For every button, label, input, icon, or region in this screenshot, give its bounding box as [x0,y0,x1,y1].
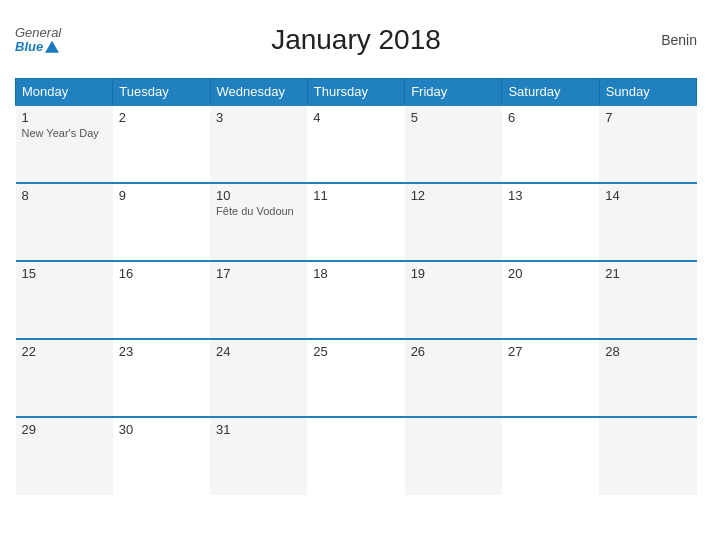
day-number: 23 [119,344,204,359]
day-number: 3 [216,110,301,125]
weekday-header-saturday: Saturday [502,79,599,106]
table-row: 4 [307,105,404,183]
day-number: 4 [313,110,398,125]
table-row: 19 [405,261,502,339]
week-row-4: 22232425262728 [16,339,697,417]
table-row [307,417,404,495]
day-number: 18 [313,266,398,281]
table-row: 6 [502,105,599,183]
table-row: 23 [113,339,210,417]
table-row: 5 [405,105,502,183]
table-row: 1New Year's Day [16,105,113,183]
holiday-name: Fête du Vodoun [216,205,301,217]
logo-general-text: General [15,26,61,40]
week-row-2: 8910Fête du Vodoun11121314 [16,183,697,261]
day-number: 11 [313,188,398,203]
day-number: 13 [508,188,593,203]
day-number: 15 [22,266,107,281]
table-row [405,417,502,495]
weekday-header-friday: Friday [405,79,502,106]
logo-row: Blue [15,40,59,54]
table-row: 14 [599,183,696,261]
day-number: 6 [508,110,593,125]
day-number: 20 [508,266,593,281]
day-number: 28 [605,344,690,359]
table-row [599,417,696,495]
day-number: 24 [216,344,301,359]
table-row: 12 [405,183,502,261]
day-number: 12 [411,188,496,203]
table-row: 8 [16,183,113,261]
table-row: 22 [16,339,113,417]
day-number: 16 [119,266,204,281]
table-row: 2 [113,105,210,183]
table-row: 31 [210,417,307,495]
logo-blue-text: Blue [15,40,43,54]
table-row: 21 [599,261,696,339]
table-row: 13 [502,183,599,261]
week-row-3: 15161718192021 [16,261,697,339]
day-number: 29 [22,422,107,437]
calendar-header: General Blue January 2018 Benin [15,10,697,70]
day-number: 31 [216,422,301,437]
day-number: 17 [216,266,301,281]
weekday-header-row: MondayTuesdayWednesdayThursdayFridaySatu… [16,79,697,106]
country-label: Benin [661,32,697,48]
table-row: 17 [210,261,307,339]
table-row: 7 [599,105,696,183]
table-row [502,417,599,495]
table-row: 29 [16,417,113,495]
day-number: 25 [313,344,398,359]
day-number: 27 [508,344,593,359]
table-row: 10Fête du Vodoun [210,183,307,261]
weekday-header-sunday: Sunday [599,79,696,106]
week-row-1: 1New Year's Day234567 [16,105,697,183]
table-row: 15 [16,261,113,339]
week-row-5: 293031 [16,417,697,495]
day-number: 19 [411,266,496,281]
calendar-title: January 2018 [271,24,441,56]
table-row: 18 [307,261,404,339]
weekday-header-wednesday: Wednesday [210,79,307,106]
weekday-header-tuesday: Tuesday [113,79,210,106]
table-row: 11 [307,183,404,261]
day-number: 8 [22,188,107,203]
day-number: 10 [216,188,301,203]
calendar-container: General Blue January 2018 Benin MondayTu… [0,0,712,550]
table-row: 9 [113,183,210,261]
table-row: 16 [113,261,210,339]
day-number: 1 [22,110,107,125]
table-row: 26 [405,339,502,417]
calendar-thead: MondayTuesdayWednesdayThursdayFridaySatu… [16,79,697,106]
holiday-name: New Year's Day [22,127,107,139]
logo-triangle-icon [45,41,59,53]
day-number: 21 [605,266,690,281]
table-row: 3 [210,105,307,183]
table-row: 20 [502,261,599,339]
table-row: 27 [502,339,599,417]
day-number: 30 [119,422,204,437]
table-row: 28 [599,339,696,417]
day-number: 9 [119,188,204,203]
calendar-tbody: 1New Year's Day2345678910Fête du Vodoun1… [16,105,697,495]
day-number: 22 [22,344,107,359]
table-row: 24 [210,339,307,417]
day-number: 5 [411,110,496,125]
logo: General Blue [15,26,61,55]
table-row: 25 [307,339,404,417]
weekday-header-monday: Monday [16,79,113,106]
calendar-table: MondayTuesdayWednesdayThursdayFridaySatu… [15,78,697,495]
day-number: 2 [119,110,204,125]
day-number: 26 [411,344,496,359]
day-number: 7 [605,110,690,125]
table-row: 30 [113,417,210,495]
weekday-header-thursday: Thursday [307,79,404,106]
day-number: 14 [605,188,690,203]
